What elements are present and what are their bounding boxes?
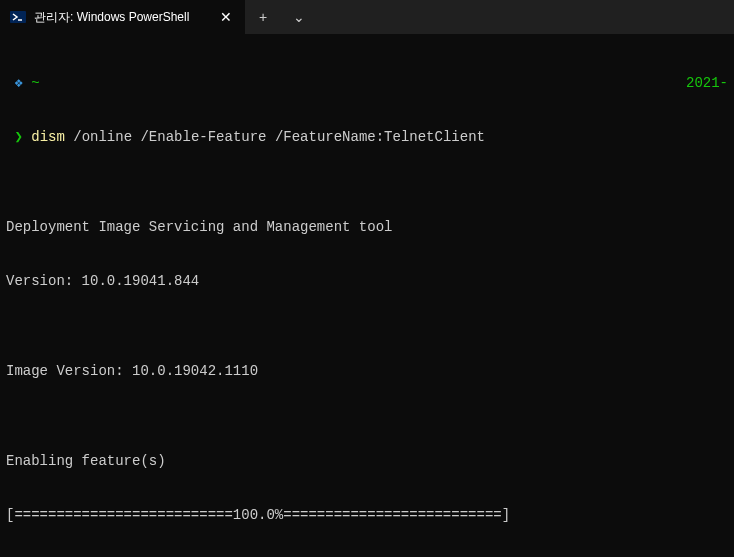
output-line: Enabling feature(s) [6,452,728,470]
command: dism [31,128,65,146]
terminal-body[interactable]: ❖ ~2021- ❯ dism /online /Enable-Feature … [0,34,734,557]
command-args: /online /Enable-Feature /FeatureName:Tel… [65,128,485,146]
prompt-path: ❖ ~2021- [6,74,728,92]
tab-title: 관리자: Windows PowerShell [34,9,209,26]
timestamp: 2021- [686,74,728,92]
output-line: [==========================100.0%=======… [6,506,728,524]
new-tab-button[interactable]: + [245,0,281,34]
output-line: Deployment Image Servicing and Managemen… [6,218,728,236]
powershell-icon [10,9,26,25]
tilde: ~ [31,74,39,92]
tab-dropdown-button[interactable]: ⌄ [281,0,317,34]
close-icon[interactable]: ✕ [217,8,235,26]
titlebar: 관리자: Windows PowerShell ✕ + ⌄ [0,0,734,34]
output-line: Image Version: 10.0.19042.1110 [6,362,728,380]
tab-controls: + ⌄ [245,0,317,34]
tab-active[interactable]: 관리자: Windows PowerShell ✕ [0,0,245,34]
prompt-arrow: ❯ [14,128,22,146]
command-line: ❯ dism /online /Enable-Feature /FeatureN… [6,128,728,146]
output-line: Version: 10.0.19041.844 [6,272,728,290]
ps-icon: ❖ [14,74,22,92]
